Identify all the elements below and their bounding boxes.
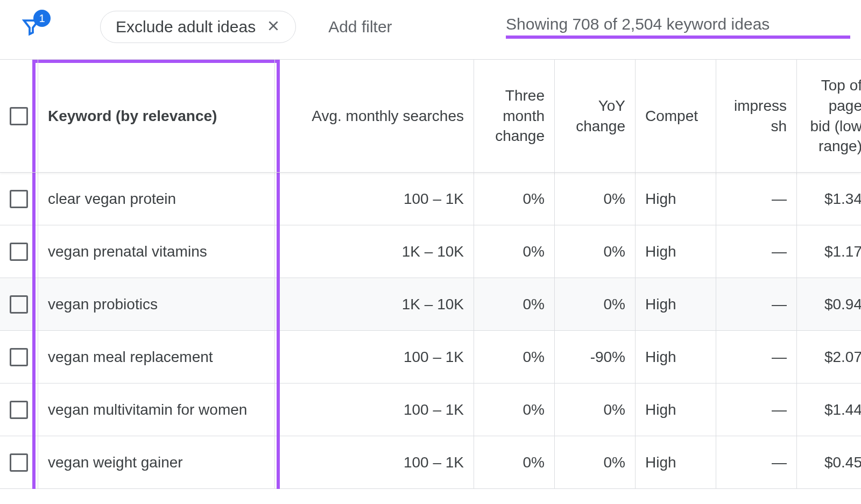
cell-impression-share: — — [716, 173, 796, 225]
cell-keyword[interactable]: vegan prenatal vitamins — [38, 225, 274, 278]
cell-impression-share: — — [716, 225, 796, 278]
cell-competition: High — [635, 331, 716, 383]
add-filter-button[interactable]: Add filter — [328, 18, 392, 36]
cell-competition: High — [635, 384, 716, 436]
cell-yoy-change: 0% — [554, 173, 635, 225]
results-summary-wrap: Showing 708 of 2,504 keyword ideas — [506, 15, 850, 39]
cell-keyword[interactable]: vegan meal replacement — [38, 331, 274, 383]
filter-icon-button[interactable]: 1 — [22, 17, 41, 37]
table-row: vegan meal replacement 100 – 1K 0% -90% … — [0, 331, 861, 384]
table-body: clear vegan protein 100 – 1K 0% 0% High … — [0, 173, 861, 489]
table-row: vegan multivitamin for women 100 – 1K 0%… — [0, 384, 861, 436]
cell-three-month-change: 0% — [474, 436, 554, 488]
cell-keyword[interactable]: vegan weight gainer — [38, 436, 274, 488]
table-row: clear vegan protein 100 – 1K 0% 0% High … — [0, 173, 861, 225]
cell-three-month-change: 0% — [474, 331, 554, 383]
row-checkbox[interactable] — [0, 384, 38, 436]
cell-yoy-change: 0% — [554, 436, 635, 488]
cell-three-month-change: 0% — [474, 384, 554, 436]
row-checkbox[interactable] — [0, 173, 38, 225]
cell-impression-share: — — [716, 384, 796, 436]
col-competition[interactable]: Compet — [635, 60, 716, 172]
col-yoy-change[interactable]: YoY change — [554, 60, 635, 172]
cell-top-bid-low: $1.44 — [796, 384, 861, 436]
col-keyword[interactable]: Keyword (by relevance) — [38, 60, 274, 172]
cell-top-bid-low: $1.17 — [796, 225, 861, 278]
col-impression-share[interactable]: impress sh — [716, 60, 796, 172]
cell-three-month-change: 0% — [474, 278, 554, 330]
cell-avg-searches: 100 – 1K — [274, 331, 474, 383]
cell-yoy-change: 0% — [554, 278, 635, 330]
cell-impression-share: — — [716, 278, 796, 330]
cell-three-month-change: 0% — [474, 173, 554, 225]
cell-avg-searches: 100 – 1K — [274, 173, 474, 225]
close-icon[interactable] — [266, 19, 280, 36]
row-checkbox[interactable] — [0, 225, 38, 278]
cell-keyword[interactable]: vegan multivitamin for women — [38, 384, 274, 436]
col-three-month-change[interactable]: Three month change — [474, 60, 554, 172]
filter-chip-label: Exclude adult ideas — [116, 18, 256, 36]
cell-competition: High — [635, 436, 716, 488]
cell-keyword[interactable]: vegan probiotics — [38, 278, 274, 330]
cell-top-bid-low: $2.07 — [796, 331, 861, 383]
cell-yoy-change: 0% — [554, 225, 635, 278]
cell-competition: High — [635, 278, 716, 330]
table-row: vegan weight gainer 100 – 1K 0% 0% High … — [0, 436, 861, 489]
filter-chip-exclude-adult[interactable]: Exclude adult ideas — [100, 11, 296, 43]
keyword-table: Keyword (by relevance) Avg. monthly sear… — [0, 59, 861, 489]
row-checkbox[interactable] — [0, 331, 38, 383]
table-header-row: Keyword (by relevance) Avg. monthly sear… — [0, 60, 861, 173]
results-summary: Showing 708 of 2,504 keyword ideas — [506, 15, 770, 33]
row-checkbox[interactable] — [0, 278, 38, 330]
cell-competition: High — [635, 225, 716, 278]
cell-keyword[interactable]: clear vegan protein — [38, 173, 274, 225]
cell-impression-share: — — [716, 436, 796, 488]
col-top-bid-low[interactable]: Top of page bid (low range) — [796, 60, 861, 172]
cell-yoy-change: 0% — [554, 384, 635, 436]
cell-top-bid-low: $0.45 — [796, 436, 861, 488]
row-checkbox[interactable] — [0, 436, 38, 488]
cell-yoy-change: -90% — [554, 331, 635, 383]
cell-top-bid-low: $1.34 — [796, 173, 861, 225]
table-row: vegan probiotics 1K – 10K 0% 0% High — $… — [0, 278, 861, 331]
col-avg-searches[interactable]: Avg. monthly searches — [274, 60, 474, 172]
filter-bar: 1 Exclude adult ideas Add filter Showing… — [0, 0, 861, 59]
cell-avg-searches: 100 – 1K — [274, 384, 474, 436]
cell-avg-searches: 1K – 10K — [274, 278, 474, 330]
cell-impression-share: — — [716, 331, 796, 383]
cell-avg-searches: 100 – 1K — [274, 436, 474, 488]
cell-avg-searches: 1K – 10K — [274, 225, 474, 278]
header-checkbox[interactable] — [0, 60, 38, 172]
highlight-underline — [506, 36, 850, 39]
table-row: vegan prenatal vitamins 1K – 10K 0% 0% H… — [0, 225, 861, 278]
cell-competition: High — [635, 173, 716, 225]
filter-count-badge: 1 — [33, 10, 51, 27]
cell-three-month-change: 0% — [474, 225, 554, 278]
cell-top-bid-low: $0.94 — [796, 278, 861, 330]
